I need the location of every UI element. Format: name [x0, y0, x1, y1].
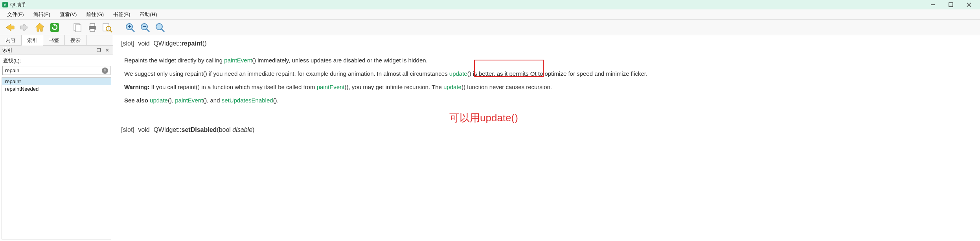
find-label: 查找(L): [0, 55, 113, 66]
svg-rect-14 [103, 24, 109, 31]
sidebar: 内容 索引 书签 搜索 索引 ❐ ✕ 查找(L): ✕ repaint repa… [0, 35, 113, 241]
find-input[interactable] [2, 66, 110, 75]
doc-paragraph: Warning: If you call repaint() in a func… [124, 82, 972, 93]
forward-button[interactable] [18, 21, 31, 34]
app-icon: A [2, 2, 8, 7]
svg-rect-13 [90, 29, 95, 31]
tab-index[interactable]: 索引 [22, 35, 43, 46]
menu-bookmarks[interactable]: 书签(B) [108, 10, 135, 19]
link-update[interactable]: update [443, 84, 462, 90]
tab-search[interactable]: 搜索 [65, 35, 86, 45]
svg-marker-6 [35, 23, 44, 31]
menu-help[interactable]: 帮助(H) [135, 10, 162, 19]
menu-go[interactable]: 前往(G) [81, 10, 108, 19]
copy-button[interactable] [71, 21, 84, 34]
menu-edit[interactable]: 编辑(E) [29, 10, 55, 19]
back-button[interactable] [3, 21, 17, 34]
svg-line-16 [110, 30, 112, 32]
link-update[interactable]: update [449, 70, 467, 77]
function-signature: [slot] void QWidget::setDisabled(bool di… [121, 125, 972, 136]
tab-bookmarks[interactable]: 书签 [43, 35, 65, 45]
find-button[interactable] [101, 21, 114, 34]
home-button[interactable] [33, 21, 46, 34]
doc-paragraph: Repaints the widget directly by calling … [124, 56, 972, 66]
svg-line-25 [161, 29, 164, 32]
svg-line-22 [146, 29, 149, 32]
link-paintevent[interactable]: paintEvent [317, 84, 345, 90]
doc-see-also: See also update(), paintEvent(), and set… [124, 96, 972, 106]
menu-file[interactable]: 文件(F) [2, 10, 29, 19]
panel-title: 索引 [2, 47, 13, 54]
window-title: Qt 助手 [10, 2, 26, 8]
result-item[interactable]: repaint [2, 78, 111, 85]
zoom-out-button[interactable] [138, 21, 152, 34]
reload-button[interactable] [48, 21, 61, 34]
close-button[interactable] [963, 1, 974, 9]
undock-icon[interactable]: ❐ [96, 47, 102, 53]
link-paintevent[interactable]: paintEvent [224, 57, 252, 64]
sidebar-tabs: 内容 索引 书签 搜索 [0, 35, 113, 46]
tab-content[interactable]: 内容 [0, 35, 22, 45]
doc-paragraph: We suggest only using repaint() if you n… [124, 69, 972, 79]
svg-marker-4 [6, 24, 14, 31]
svg-rect-12 [90, 24, 95, 26]
annotation-text: 可以用update() [449, 110, 518, 126]
menu-view[interactable]: 查看(V) [55, 10, 81, 19]
minimize-button[interactable] [927, 1, 938, 9]
svg-rect-10 [75, 25, 81, 32]
link-paintevent[interactable]: paintEvent [175, 97, 203, 104]
svg-marker-5 [20, 24, 28, 31]
zoom-reset-button[interactable] [153, 21, 167, 34]
close-panel-icon[interactable]: ✕ [104, 47, 110, 53]
menubar: 文件(F) 编辑(E) 查看(V) 前往(G) 书签(B) 帮助(H) [0, 9, 980, 20]
svg-rect-1 [949, 3, 953, 7]
link-update[interactable]: update [150, 97, 168, 104]
function-signature: [slot] void QWidget::repaint() [121, 38, 972, 49]
result-list[interactable]: repaint repaintNeeded [2, 77, 111, 239]
panel-header: 索引 ❐ ✕ [0, 46, 113, 55]
titlebar: A Qt 助手 [0, 0, 980, 9]
result-item[interactable]: repaintNeeded [2, 85, 111, 93]
doc-content[interactable]: [slot] void QWidget::repaint() Repaints … [113, 35, 980, 241]
toolbar [0, 20, 980, 35]
clear-input-icon[interactable]: ✕ [102, 68, 108, 74]
maximize-button[interactable] [945, 1, 956, 9]
zoom-in-button[interactable] [123, 21, 137, 34]
print-button[interactable] [86, 21, 99, 34]
svg-line-18 [131, 29, 134, 32]
link-setupdatesenabled[interactable]: setUpdatesEnabled [222, 97, 273, 104]
